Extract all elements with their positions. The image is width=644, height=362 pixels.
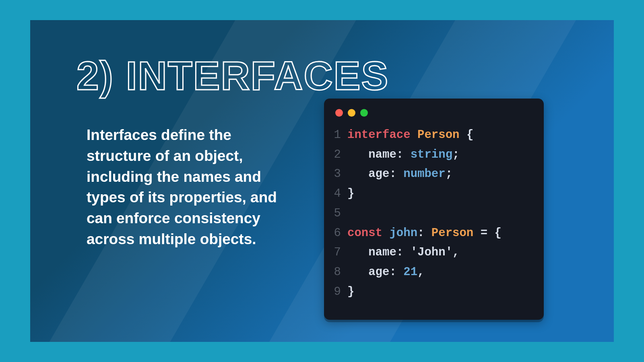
code-content: interface Person { [347,125,473,145]
minimize-icon [348,109,355,117]
code-content: name: 'John', [347,243,459,263]
slide-frame: 2) INTERFACES Interfaces define the stru… [30,20,614,342]
code-content: const john: Person = { [347,224,502,243]
code-block: 1interface Person {2 name: string;3 age:… [332,125,533,302]
code-line: 4} [332,184,533,204]
line-number: 3 [332,165,347,184]
code-line: 8 age: 21, [332,263,533,282]
maximize-icon [360,109,368,117]
line-number: 7 [332,243,347,263]
code-content: } [347,184,354,204]
line-number: 4 [332,184,347,204]
line-number: 9 [332,282,347,302]
close-icon [335,109,343,117]
code-line: 3 age: number; [332,165,533,184]
code-content: name: string; [347,145,459,165]
code-line: 9} [332,282,533,302]
code-line: 6const john: Person = { [332,224,533,243]
slide-title: 2) INTERFACES [76,56,389,96]
line-number: 5 [332,204,347,224]
code-window: 1interface Person {2 name: string;3 age:… [324,99,544,320]
window-controls [335,109,533,117]
code-line: 1interface Person { [332,125,533,145]
code-line: 7 name: 'John', [332,243,533,263]
line-number: 2 [332,145,347,165]
line-number: 6 [332,224,347,243]
code-line: 5 [332,204,533,224]
code-line: 2 name: string; [332,145,533,165]
line-number: 1 [332,125,347,145]
code-content: age: 21, [347,263,424,282]
code-content: } [347,282,354,302]
line-number: 8 [332,263,347,282]
code-content: age: number; [347,165,452,184]
slide-body: Interfaces define the structure of an ob… [87,125,296,250]
